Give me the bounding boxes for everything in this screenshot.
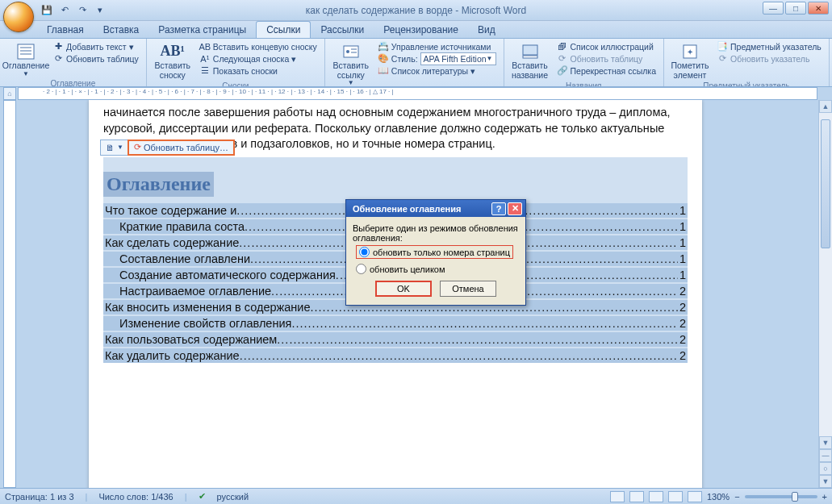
dialog-title-bar[interactable]: Обновление оглавления ? ✕ [345, 199, 526, 217]
svg-rect-4 [344, 46, 358, 57]
zoom-out-button[interactable]: − [734, 492, 739, 502]
dialog-ok-button[interactable]: OK [375, 281, 432, 297]
insert-citation-button[interactable]: Вставить ссылку ▼ [330, 40, 372, 87]
refresh-icon: ⟳ [557, 53, 568, 65]
update-index-label: Обновить указатель [730, 54, 809, 64]
tab-home[interactable]: Главная [37, 22, 94, 38]
tab-view[interactable]: Вид [468, 22, 505, 38]
citation-style-row: 🎨 Стиль: APA Fifth Edition▼ [375, 52, 499, 65]
toc-button[interactable]: Оглавление ▼ [5, 40, 47, 79]
tab-page-layout[interactable]: Разметка страницы [148, 22, 256, 38]
qat-customize-button[interactable]: ▾ [92, 2, 108, 19]
close-button[interactable]: ✕ [808, 2, 829, 15]
mark-entry-label: Пометить элемент [671, 61, 709, 80]
group-label-toc: Оглавление [5, 79, 141, 87]
zoom-value[interactable]: 130% [707, 492, 730, 502]
insert-endnote-button[interactable]: ABВставить концевую сноску [197, 40, 320, 52]
toc-entry[interactable]: Как удалить содержание .................… [103, 348, 688, 363]
view-web-layout-button[interactable] [649, 491, 663, 502]
toc-entry-text: Составление оглавлени [119, 252, 250, 265]
view-print-layout-button[interactable] [610, 491, 625, 502]
zoom-in-button[interactable]: + [822, 492, 827, 502]
toc-field-menu-button[interactable]: 🗎▼ [101, 140, 128, 155]
update-index-button[interactable]: ⟳Обновить указатель [714, 52, 824, 65]
minimize-button[interactable]: — [763, 2, 784, 15]
footnote-icon: AB¹ [161, 42, 184, 61]
qat-save-button[interactable]: 💾 [39, 2, 55, 19]
dialog-help-button[interactable]: ? [491, 202, 506, 215]
radio-update-page-numbers[interactable]: обновить только номера страниц [356, 245, 513, 259]
show-notes-button[interactable]: ☰Показать сноски [197, 65, 320, 77]
zoom-slider[interactable] [745, 495, 817, 498]
status-language[interactable]: русский [217, 492, 249, 502]
status-word-count[interactable]: Число слов: 1/436 [98, 492, 173, 502]
scroll-down-button[interactable]: ▼ [819, 436, 832, 449]
add-text-button[interactable]: ✚Добавить текст ▾ [50, 40, 141, 52]
tab-mailings[interactable]: Рассылки [311, 22, 374, 38]
radio-update-entire[interactable]: обновить целиком [356, 264, 519, 274]
vertical-ruler[interactable] [3, 100, 16, 488]
table-of-figures-button[interactable]: 🗊Список иллюстраций [554, 40, 658, 52]
toc-entry-text: Настраиваемое оглавление [119, 285, 271, 298]
dialog-close-button[interactable]: ✕ [508, 202, 522, 215]
scroll-thumb[interactable] [821, 119, 830, 248]
svg-rect-8 [523, 45, 537, 55]
insert-index-button[interactable]: 📑Предметный указатель [714, 40, 824, 52]
radio-input-entire[interactable] [356, 264, 366, 274]
cross-reference-button[interactable]: 🔗Перекрестная ссылка [554, 65, 658, 77]
office-button[interactable] [3, 2, 34, 32]
toc-field-update-button[interactable]: ⟳Обновить таблицу… [128, 140, 234, 155]
insert-caption-button[interactable]: Вставить название [509, 40, 551, 81]
toc-update-label: Обновить таблицу… [144, 143, 228, 152]
next-page-button[interactable]: ▼ [819, 475, 832, 488]
toc-entry-page: 1 [678, 204, 686, 217]
insert-endnote-label: Вставить концевую сноску [213, 42, 317, 52]
caption-icon [519, 42, 541, 61]
bibliography-button[interactable]: 📖Список литературы ▾ [375, 65, 499, 77]
status-page[interactable]: Страница: 1 из 3 [5, 492, 74, 502]
toc-button-label: Оглавление [2, 61, 50, 71]
refresh-icon: ⟳ [134, 142, 141, 152]
update-figures-button[interactable]: ⟳Обновить таблицу [554, 52, 658, 65]
tab-insert[interactable]: Вставка [94, 22, 149, 38]
qat-undo-button[interactable]: ↶ [56, 2, 73, 19]
window-controls: — □ ✕ [763, 2, 829, 15]
ruler-corner[interactable]: ⌂ [3, 87, 16, 100]
browse-object-button[interactable]: ○ [819, 462, 832, 475]
qat-redo-button[interactable]: ↷ [74, 2, 90, 19]
plus-icon: ✚ [52, 41, 64, 52]
maximize-button[interactable]: □ [785, 2, 806, 15]
mark-entry-button[interactable]: ✦ Пометить элемент [669, 40, 711, 81]
status-proofing[interactable]: ✔ [199, 491, 206, 502]
scroll-up-button[interactable]: ▲ [819, 100, 832, 113]
insert-footnote-button[interactable]: AB¹ Вставить сноску [152, 40, 194, 81]
toc-entry-text: Создание автоматического содержания [119, 269, 336, 281]
insert-citation-label: Вставить ссылку [332, 61, 370, 80]
toc-entry[interactable]: Как пользоваться содержанием ...........… [103, 332, 688, 347]
view-full-screen-button[interactable] [629, 491, 644, 502]
citation-style-select[interactable]: APA Fifth Edition▼ [420, 52, 496, 65]
index-icon: 📑 [717, 41, 728, 52]
dialog-cancel-button[interactable]: Отмена [440, 281, 496, 297]
next-footnote-button[interactable]: A¹Следующая сноска ▾ [197, 52, 320, 65]
toc-entry-text: Как пользоваться содержанием [105, 333, 277, 346]
bibliography-label: Список литературы ▾ [391, 66, 475, 76]
zoom-slider-knob[interactable] [792, 492, 798, 502]
style-label: Стиль: [391, 54, 418, 64]
horizontal-ruler[interactable]: · 2 · | · 1 · | · × · | · 1 · | · 2 · | … [18, 87, 817, 100]
view-draft-button[interactable] [688, 491, 702, 502]
next-footnote-label: Следующая сноска ▾ [213, 54, 296, 64]
radio-input-pages[interactable] [359, 247, 370, 257]
view-outline-button[interactable] [668, 491, 683, 502]
toc-entry-page: 1 [678, 236, 686, 249]
tab-references[interactable]: Ссылки [256, 21, 311, 38]
radio-label-entire: обновить целиком [370, 264, 445, 274]
maximize-icon: □ [793, 4, 798, 13]
vertical-scrollbar[interactable]: ▲ ▼ — ○ ▼ [818, 100, 832, 488]
tab-review[interactable]: Рецензирование [374, 22, 468, 38]
mark-entry-icon: ✦ [679, 42, 701, 61]
update-toc-button[interactable]: ⟳Обновить таблицу [50, 52, 141, 65]
toc-entry[interactable]: Изменение свойств оглавления ...........… [103, 316, 688, 331]
insert-footnote-label: Вставить сноску [153, 61, 192, 80]
manage-sources-button[interactable]: 📇Управление источниками [375, 40, 499, 52]
